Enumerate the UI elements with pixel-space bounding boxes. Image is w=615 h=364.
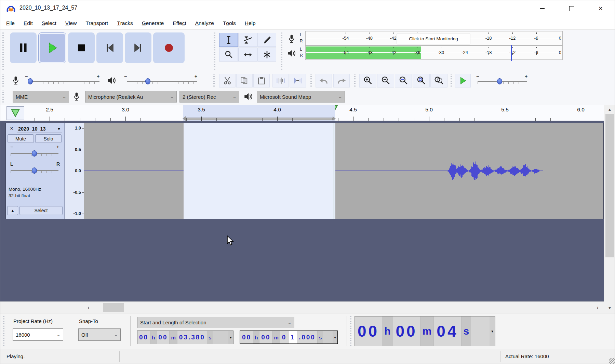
time-unit[interactable]: h <box>150 331 156 344</box>
time-digits[interactable]: 1 <box>288 331 297 343</box>
minimize-button[interactable] <box>527 0 557 17</box>
toolbar-grip[interactable] <box>353 75 356 87</box>
snap-to-select[interactable]: Off⌄ <box>78 328 121 341</box>
time-unit[interactable]: s <box>207 331 213 344</box>
selection-length-field[interactable]: 00h00m01.000s ▾ <box>240 331 338 344</box>
menu-tracks[interactable]: Tracks <box>112 17 137 30</box>
cut-button[interactable] <box>219 74 236 87</box>
draw-tool-button[interactable] <box>257 33 276 47</box>
chevron-down-icon[interactable]: ▾ <box>333 331 337 343</box>
monitoring-message[interactable]: Click to Start Monitoring <box>397 33 470 44</box>
pause-button[interactable] <box>10 32 37 63</box>
project-rate-select[interactable]: 16000⌄ <box>13 328 63 341</box>
play-volume-slider-thumb[interactable] <box>145 78 150 84</box>
time-unit[interactable]: s <box>317 331 323 343</box>
playback-meter[interactable]: -54-48-42-36-30-24-18-12-60 <box>305 45 563 60</box>
chevron-down-icon[interactable]: ▾ <box>490 316 495 346</box>
toolbar-grip[interactable] <box>2 75 5 87</box>
scroll-down-arrow[interactable]: ▼ <box>604 304 615 312</box>
paste-button[interactable] <box>253 74 270 87</box>
trim-audio-button[interactable] <box>272 74 289 87</box>
menu-view[interactable]: View <box>61 17 81 30</box>
skip-to-end-button[interactable] <box>125 32 151 63</box>
playback-device-select[interactable]: Microsoft Sound Mapp⌄ <box>257 91 345 103</box>
menu-tools[interactable]: Tools <box>218 17 240 30</box>
toolbar-grip[interactable] <box>2 316 5 346</box>
menu-transport[interactable]: Transport <box>81 17 112 30</box>
audio-position-display[interactable]: 00h00m04s ▾ <box>355 316 495 346</box>
record-button[interactable] <box>153 32 185 63</box>
gain-slider-thumb[interactable] <box>32 150 37 157</box>
menu-edit[interactable]: Edit <box>19 17 37 30</box>
close-button[interactable]: × <box>586 0 615 17</box>
track-close-button[interactable]: × <box>8 125 15 132</box>
time-unit[interactable]: m <box>420 316 434 346</box>
mute-button[interactable]: Mute <box>8 134 34 143</box>
quick-play-selection-bar[interactable] <box>186 118 333 120</box>
stop-button[interactable] <box>68 32 95 63</box>
selection-tool-button[interactable] <box>219 33 238 47</box>
play-meter-speaker-button[interactable] <box>285 48 298 59</box>
time-digits[interactable]: 03.380 <box>177 331 207 344</box>
time-unit[interactable]: m <box>272 331 280 343</box>
vertical-scrollbar[interactable]: ▲ ▼ <box>604 105 615 313</box>
resize-grip[interactable] <box>609 358 615 364</box>
scroll-left-arrow[interactable]: ‹ <box>83 302 94 313</box>
maximize-button[interactable] <box>557 0 586 17</box>
toolbar-grip[interactable] <box>450 75 453 87</box>
selection-start-field[interactable]: 00h00m03.380s ▾ <box>137 331 233 344</box>
time-digits[interactable]: 00 <box>259 331 272 343</box>
undo-button[interactable] <box>316 74 332 87</box>
timeline-ruler[interactable]: 2.53.03.54.04.55.05.56.0 <box>0 105 604 121</box>
track-title-menu[interactable]: 2020_10_13 ▼ <box>17 125 62 133</box>
recording-device-select[interactable]: Microphone (Realtek Au⌄ <box>85 91 177 103</box>
time-unit[interactable]: m <box>169 331 177 344</box>
play-speed-slider[interactable] <box>478 81 527 82</box>
menu-file[interactable]: File <box>2 17 19 30</box>
fit-selection-button[interactable] <box>395 74 412 87</box>
play-button[interactable] <box>38 32 66 63</box>
envelope-tool-button[interactable] <box>238 33 257 47</box>
fit-project-button[interactable] <box>413 74 430 87</box>
time-unit[interactable]: h <box>253 331 259 343</box>
toolbar-grip[interactable] <box>310 75 313 87</box>
time-digits[interactable]: 0 <box>280 331 289 343</box>
play-at-speed-button[interactable] <box>455 74 471 87</box>
scroll-right-arrow[interactable]: › <box>592 302 603 313</box>
waveform-display[interactable] <box>84 123 603 219</box>
toolbar-grip[interactable] <box>212 75 215 87</box>
time-digits[interactable]: 00 <box>156 331 169 344</box>
chevron-down-icon[interactable]: ▾ <box>228 331 233 344</box>
multi-tool-button[interactable] <box>257 48 276 62</box>
zoom-out-button[interactable] <box>377 74 394 87</box>
toolbar-grip[interactable] <box>2 91 5 103</box>
zoom-tool-button[interactable] <box>219 48 238 62</box>
pan-slider-thumb[interactable] <box>32 167 37 174</box>
time-digits[interactable]: 04 <box>433 316 461 346</box>
menu-generate[interactable]: Generate <box>137 17 169 30</box>
time-digits[interactable]: .000 <box>297 331 317 343</box>
zoom-toggle-button[interactable] <box>430 74 447 87</box>
track-select-button[interactable]: Select <box>19 206 63 215</box>
pin-playhead-button[interactable] <box>6 106 24 120</box>
audio-host-select[interactable]: MME⌄ <box>13 91 69 103</box>
toolbar-grip[interactable] <box>213 32 216 70</box>
recording-meter[interactable]: Click to Start Monitoring -54-48-42-36-3… <box>305 31 563 45</box>
time-unit[interactable]: s <box>461 316 471 346</box>
menu-analyze[interactable]: Analyze <box>191 17 218 30</box>
zoom-in-button[interactable] <box>359 74 376 87</box>
solo-button[interactable]: Solo <box>35 134 62 143</box>
time-digits[interactable]: 00 <box>393 316 420 346</box>
skip-to-start-button[interactable] <box>96 32 123 63</box>
time-shift-tool-button[interactable] <box>238 48 257 62</box>
toolbar-grip[interactable] <box>349 316 352 346</box>
record-volume-slider[interactable] <box>28 81 99 82</box>
selection-mode-select[interactable]: Start and Length of Selection⌄ <box>137 317 294 328</box>
copy-button[interactable] <box>236 74 253 87</box>
track-canvas[interactable]: × 2020_10_13 ▼ Mute Solo − + L R Mono, 1… <box>0 121 604 301</box>
recording-channels-select[interactable]: 2 (Stereo) Rec⌄ <box>179 91 239 103</box>
play-speed-slider-thumb[interactable] <box>497 78 502 84</box>
scroll-up-arrow[interactable]: ▲ <box>604 106 615 113</box>
time-digits[interactable]: 00 <box>137 331 150 344</box>
record-meter-mic-button[interactable] <box>285 33 298 45</box>
